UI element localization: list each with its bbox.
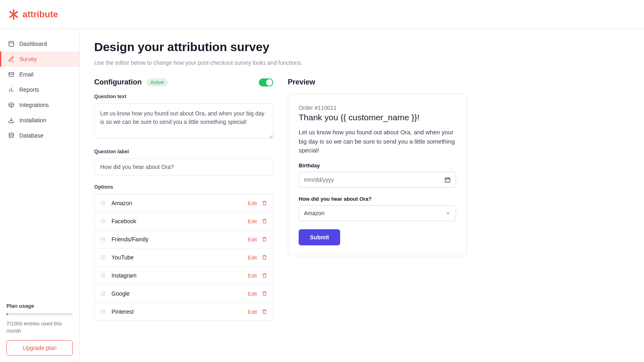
- download-icon: [8, 117, 14, 123]
- main: Design your attribution survey Use the e…: [80, 29, 644, 362]
- configuration-panel: Configuration Active Question text Quest…: [94, 78, 273, 321]
- order-number: Order #110011: [299, 105, 456, 111]
- option-row: Friends/FamilyEdit: [95, 230, 273, 249]
- page-subtitle: Use the editor below to change how your …: [94, 60, 630, 66]
- option-name: Amazon: [111, 200, 248, 206]
- page-title: Design your attribution survey: [94, 40, 630, 54]
- sidebar-item-database[interactable]: Database: [0, 128, 79, 143]
- box-icon: [8, 102, 14, 108]
- bar-chart-icon: [8, 86, 14, 93]
- plan-usage: Plan usage 7/1000 entries used this mont…: [0, 296, 79, 362]
- sidebar-item-label: Integrations: [19, 102, 49, 108]
- sidebar-item-label: Installation: [19, 117, 46, 123]
- sidebar: Dashboard Survey Email Reports Integrati: [0, 29, 80, 362]
- active-toggle[interactable]: [259, 78, 273, 86]
- nav: Dashboard Survey Email Reports Integrati: [0, 36, 79, 296]
- option-name: Facebook: [111, 218, 248, 224]
- brand-name: attribute: [23, 9, 58, 20]
- edit-option-link[interactable]: Edit: [248, 237, 257, 243]
- option-row: FacebookEdit: [95, 212, 273, 230]
- option-row: PinterestEdit: [95, 303, 273, 321]
- trash-icon[interactable]: [262, 237, 267, 242]
- sidebar-item-email[interactable]: Email: [0, 67, 79, 82]
- database-icon: [8, 132, 14, 139]
- edit-option-link[interactable]: Edit: [248, 255, 257, 261]
- preview-panel: Preview Order #110011 Thank you {{ custo…: [288, 78, 467, 256]
- select-label: How did you hear about Ora?: [299, 196, 456, 202]
- brand-logo[interactable]: attribute: [8, 9, 58, 20]
- trash-icon[interactable]: [262, 218, 267, 224]
- trash-icon[interactable]: [262, 200, 267, 206]
- configuration-heading: Configuration: [94, 78, 142, 86]
- option-name: Friends/Family: [111, 236, 248, 243]
- birthday-label: Birthday: [299, 162, 456, 169]
- drag-handle-icon[interactable]: [100, 255, 106, 260]
- edit-option-link[interactable]: Edit: [248, 309, 257, 315]
- edit-option-link[interactable]: Edit: [248, 200, 257, 206]
- attribution-select[interactable]: Amazon: [299, 205, 456, 221]
- plan-usage-bar: [6, 313, 73, 315]
- options-list: AmazonEditFacebookEditFriends/FamilyEdit…: [94, 194, 273, 321]
- status-badge: Active: [147, 78, 168, 86]
- edit-option-link[interactable]: Edit: [248, 291, 257, 297]
- trash-icon[interactable]: [262, 291, 267, 296]
- option-row: AmazonEdit: [95, 194, 273, 212]
- option-row: InstagramEdit: [95, 267, 273, 285]
- drag-handle-icon[interactable]: [100, 201, 106, 206]
- submit-button[interactable]: Submit: [299, 229, 340, 245]
- option-name: Instagram: [111, 272, 248, 279]
- trash-icon[interactable]: [262, 273, 267, 278]
- trash-icon[interactable]: [262, 255, 267, 260]
- date-placeholder: mm/dd/yyyy: [304, 177, 334, 183]
- svg-rect-3: [445, 178, 450, 182]
- drag-handle-icon[interactable]: [100, 219, 106, 224]
- plan-usage-title: Plan usage: [6, 303, 73, 309]
- svg-rect-0: [9, 41, 14, 46]
- upgrade-plan-button[interactable]: Upgrade plan: [6, 340, 73, 356]
- sidebar-item-installation[interactable]: Installation: [0, 113, 79, 128]
- sidebar-item-dashboard[interactable]: Dashboard: [0, 36, 79, 51]
- birthday-input[interactable]: mm/dd/yyyy: [299, 172, 456, 188]
- edit-option-link[interactable]: Edit: [248, 273, 257, 279]
- sidebar-item-integrations[interactable]: Integrations: [0, 97, 79, 113]
- sidebar-item-label: Survey: [19, 56, 37, 62]
- edit-icon: [8, 56, 14, 62]
- asterisk-icon: [8, 9, 19, 20]
- calendar-icon: [444, 177, 451, 183]
- option-name: Pinterest: [111, 309, 248, 315]
- option-row: YouTubeEdit: [95, 249, 273, 267]
- drag-handle-icon[interactable]: [100, 274, 106, 278]
- thank-you-text: Thank you {{ customer_name }}!: [299, 113, 456, 122]
- option-name: YouTube: [111, 254, 248, 261]
- sidebar-item-survey[interactable]: Survey: [0, 51, 79, 67]
- chevron-down-icon: [445, 210, 451, 216]
- question-label-input[interactable]: [94, 158, 273, 175]
- drag-handle-icon[interactable]: [100, 237, 106, 242]
- select-value: Amazon: [304, 210, 324, 216]
- layout-icon: [8, 41, 14, 47]
- question-label-label: Question label: [94, 149, 273, 154]
- plan-usage-fill: [6, 313, 8, 315]
- sidebar-item-label: Dashboard: [19, 41, 47, 47]
- option-name: Google: [111, 290, 248, 297]
- plan-usage-text: 7/1000 entries used this month: [6, 320, 73, 335]
- preview-card: Order #110011 Thank you {{ customer_name…: [288, 94, 467, 256]
- svg-point-2: [9, 133, 14, 134]
- preview-body-text: Let us know how you found out about Ora,…: [299, 128, 456, 155]
- mail-icon: [8, 71, 14, 78]
- drag-handle-icon[interactable]: [100, 310, 106, 314]
- question-text-input[interactable]: [94, 103, 273, 139]
- sidebar-item-label: Database: [19, 132, 43, 139]
- question-text-label: Question text: [94, 94, 273, 99]
- topbar: attribute: [0, 0, 644, 29]
- options-label: Options: [94, 184, 273, 190]
- option-row: GoogleEdit: [95, 285, 273, 303]
- sidebar-item-reports[interactable]: Reports: [0, 82, 79, 97]
- trash-icon[interactable]: [262, 309, 267, 315]
- sidebar-item-label: Email: [19, 71, 33, 78]
- drag-handle-icon[interactable]: [100, 292, 106, 296]
- preview-heading: Preview: [288, 78, 467, 86]
- sidebar-item-label: Reports: [19, 86, 39, 93]
- edit-option-link[interactable]: Edit: [248, 218, 257, 224]
